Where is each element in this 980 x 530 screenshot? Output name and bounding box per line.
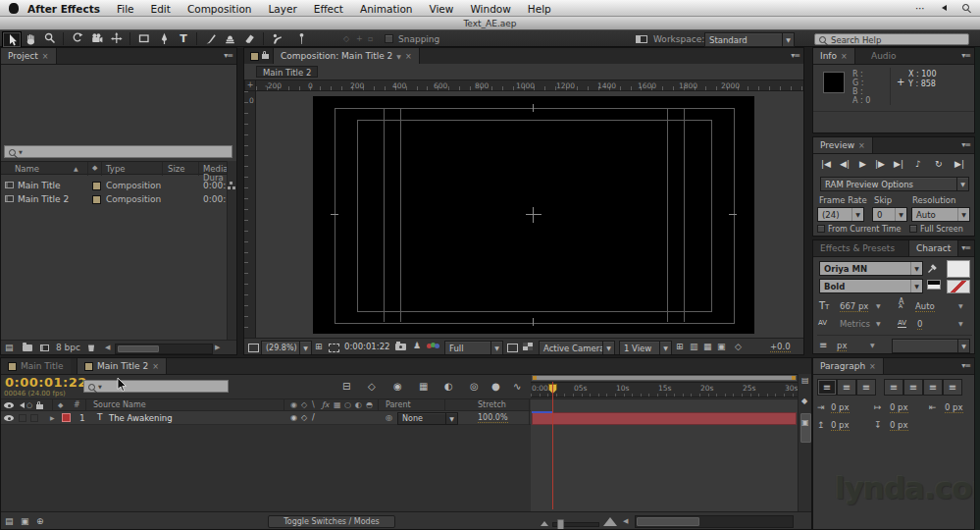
safe-guides-icon[interactable] [329, 344, 339, 352]
rectangle-tool[interactable] [135, 31, 153, 46]
trash-icon[interactable] [87, 344, 95, 351]
transparency-grid-icon[interactable] [523, 343, 533, 350]
space-before-value[interactable]: 0 px [831, 421, 850, 431]
apple-icon[interactable] [9, 3, 19, 14]
roto-brush-tool[interactable] [269, 31, 286, 46]
tab-character[interactable]: Charact [909, 240, 957, 256]
parent-pick-whip-icon[interactable]: ◎ [386, 414, 392, 422]
ram-preview-button[interactable]: ▶| [954, 160, 964, 169]
comp-horizontal-ruler[interactable]: -200 0 200 400 600 800 1000 1200 1400 16… [256, 80, 803, 91]
type-tool[interactable]: T [175, 31, 192, 46]
menu-view[interactable]: View [430, 3, 454, 15]
layer-name[interactable]: The Awakening [109, 414, 173, 423]
chevron-down-icon[interactable]: ▼ [958, 303, 963, 309]
align-left-button[interactable]: ≡ [817, 379, 837, 396]
column-name[interactable]: Name [15, 165, 39, 174]
color-depth-label[interactable]: 8 bpc [56, 344, 80, 352]
parent-column[interactable]: Parent [386, 401, 411, 409]
interpret-footage-icon[interactable]: ▤ [5, 344, 14, 352]
panel-menu-icon[interactable]: ▾≡ [791, 52, 799, 60]
layer-quality-icon[interactable]: ◉ [290, 414, 297, 422]
frame-rate-dropdown[interactable]: (24) ▼ [817, 207, 864, 222]
magnification-dropdown[interactable]: (29.8%) ▼ [261, 341, 312, 355]
tab-paragraph[interactable]: Paragraph × [813, 358, 883, 374]
loop-button[interactable]: ↻ [935, 160, 943, 169]
rotation-tool[interactable] [69, 31, 86, 46]
leading-value[interactable]: Auto [915, 302, 935, 312]
channels-icon[interactable] [427, 343, 439, 350]
timeline-zoom-slider[interactable] [552, 522, 599, 527]
column-divider[interactable] [101, 162, 102, 176]
menu-file[interactable]: File [117, 3, 134, 15]
ram-preview-options-dropdown[interactable]: RAM Preview Options ▼ [820, 177, 969, 191]
stroke-color-swatch[interactable] [927, 280, 941, 290]
tab-info[interactable]: Info × [813, 48, 854, 64]
column-divider[interactable] [162, 162, 163, 176]
no-fill-stroke-swatch[interactable] [947, 280, 970, 293]
expand-layer-switches-icon[interactable]: ▤ [5, 517, 14, 526]
timeline-search-input[interactable]: ▼ [83, 380, 229, 393]
photo-icon[interactable]: ▣ [801, 419, 809, 427]
chevron-down-icon[interactable]: ▼ [958, 321, 963, 327]
menu-effect[interactable]: Effect [314, 3, 343, 15]
font-style-dropdown[interactable]: Bold ▼ [819, 279, 923, 293]
close-icon[interactable]: × [42, 52, 49, 61]
table-row[interactable]: Main Title Composition 0:00: [1, 179, 227, 192]
view-layout-dropdown[interactable]: 1 View ▼ [619, 341, 672, 355]
stretch-value[interactable]: 100.0% [478, 414, 508, 423]
panel-menu-icon[interactable]: ▾≡ [961, 244, 970, 252]
current-time-line[interactable] [552, 382, 553, 509]
stroke-style-dropdown[interactable]: ▼ [892, 339, 970, 353]
graph-editor-icon[interactable]: ∿ [513, 382, 521, 392]
expand-transfer-controls-icon[interactable]: ▣ [21, 517, 29, 526]
eyedropper-icon[interactable] [927, 261, 939, 276]
eraser-tool[interactable] [241, 31, 259, 46]
layer-collapse-icon[interactable]: ◇ [301, 414, 307, 422]
comp-button-icon[interactable]: ▤ [801, 377, 809, 385]
current-timecode[interactable]: 0:00:01:22 [5, 376, 87, 389]
spotlight-icon[interactable] [962, 4, 969, 11]
new-folder-icon[interactable] [23, 344, 32, 351]
scroll-left-icon[interactable]: ◀ [105, 344, 110, 351]
window-titlebar[interactable]: Text_AE.aep [0, 17, 980, 30]
snapping-checkbox[interactable] [385, 34, 393, 43]
toggle-switches-modes-button[interactable]: Toggle Switches / Modes [268, 515, 395, 528]
scroll-right-icon[interactable]: ▶ [215, 344, 220, 351]
clone-stamp-tool[interactable] [222, 31, 239, 46]
layer-label-chip[interactable] [62, 413, 71, 422]
align-right-button[interactable]: ≡ [856, 379, 876, 396]
tab-project[interactable]: Project × [1, 48, 56, 64]
lock-icon[interactable] [262, 54, 269, 59]
menu-edit[interactable]: Edit [151, 3, 171, 15]
play-button[interactable]: ▶ [859, 160, 866, 169]
auto-keyframe-icon[interactable]: ● [491, 382, 500, 392]
fill-color-swatch[interactable] [947, 260, 970, 278]
close-icon[interactable]: × [152, 362, 159, 371]
hand-tool[interactable] [22, 31, 39, 46]
chevron-down-icon[interactable]: ▼ [876, 321, 881, 327]
volume-icon[interactable] [939, 5, 947, 11]
tab-main-title[interactable]: Main Title [1, 358, 71, 374]
close-icon[interactable]: × [841, 52, 848, 61]
parent-dropdown[interactable]: None ▼ [397, 412, 458, 425]
toggle-mask-icon[interactable]: ⊞ [676, 343, 684, 351]
frame-blending-icon[interactable]: ▦ [419, 382, 428, 392]
close-icon[interactable]: × [858, 141, 865, 150]
search-caret-icon[interactable]: ▼ [98, 385, 102, 390]
layer-video-eye-icon[interactable] [4, 415, 14, 421]
camera-dropdown[interactable]: Active Camera ▼ [539, 341, 615, 355]
font-family-dropdown[interactable]: Oriya MN ▼ [819, 261, 923, 276]
motion-blur-icon[interactable]: ◐ [444, 382, 453, 392]
layer-duration-bar[interactable] [532, 412, 797, 425]
column-type[interactable]: Type [106, 165, 126, 174]
source-name-column[interactable]: Source Name [93, 401, 146, 409]
stretch-column[interactable]: Stretch [478, 401, 506, 409]
panel-menu-icon[interactable]: ▾≡ [224, 52, 232, 60]
tab-main-title-2[interactable]: Main Title 2 × [77, 358, 166, 374]
panel-menu-icon[interactable]: ▾≡ [961, 362, 970, 370]
indent-left-value[interactable]: 0 px [831, 403, 850, 413]
stroke-width-value[interactable]: px [837, 342, 847, 351]
chevron-down-icon[interactable]: ▼ [870, 343, 875, 348]
from-current-time-checkbox[interactable] [817, 225, 825, 233]
panel-menu-icon[interactable]: ▾≡ [961, 52, 970, 60]
